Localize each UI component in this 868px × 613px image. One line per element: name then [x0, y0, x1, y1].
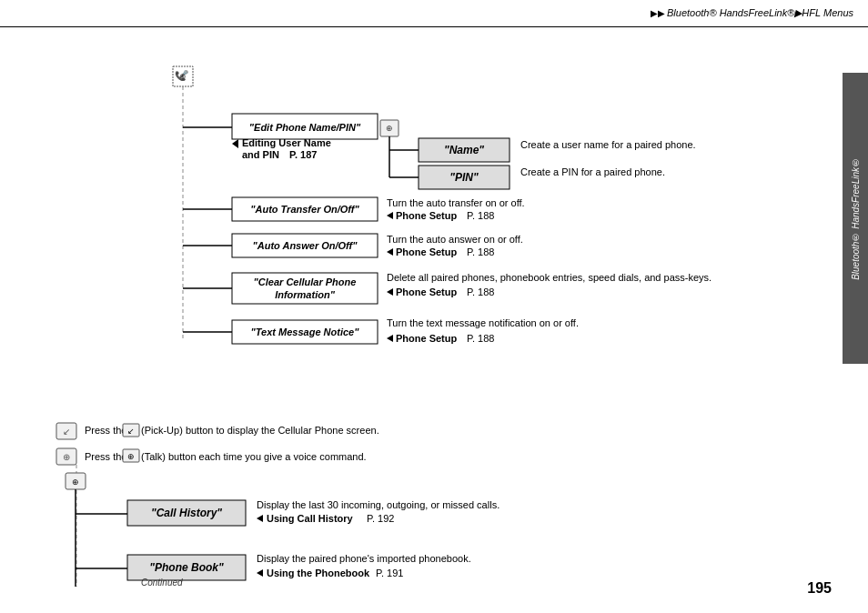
svg-text:P. 191: P. 191 [376, 568, 403, 578]
svg-text:Display the paired phone's imp: Display the paired phone's imported phon… [257, 553, 471, 564]
svg-text:Phone Setup: Phone Setup [396, 210, 458, 221]
svg-text:(Pick-Up) button to display th: (Pick-Up) button to display the Cellular… [141, 425, 379, 436]
svg-text:"Edit Phone Name/PIN": "Edit Phone Name/PIN" [249, 122, 361, 133]
svg-text:"Auto Transfer On/Off": "Auto Transfer On/Off" [250, 204, 359, 215]
svg-marker-49 [387, 335, 393, 342]
svg-text:Press the: Press the [85, 451, 126, 462]
svg-text:P. 187: P. 187 [289, 149, 317, 160]
top-diagram: ⊕ 🎤 📞 "Edit Phone Name/PIN" ⊕ "Name" Cre… [55, 59, 810, 414]
svg-text:P. 188: P. 188 [467, 210, 494, 221]
svg-text:Phone Setup: Phone Setup [396, 246, 458, 257]
svg-text:Turn the auto transfer on or o: Turn the auto transfer on or off. [387, 197, 525, 208]
svg-text:↙: ↙ [127, 427, 135, 436]
svg-marker-79 [257, 569, 263, 577]
svg-marker-27 [387, 212, 393, 219]
svg-text:(Talk) button each time you gi: (Talk) button each time you give a voice… [141, 451, 367, 462]
svg-text:P. 192: P. 192 [367, 513, 394, 524]
svg-text:Editing User Name: Editing User Name [242, 137, 331, 148]
sidebar-label: Bluetooth® HandsFreeLink® [843, 73, 868, 364]
sidebar-label-text: Bluetooth® HandsFreeLink® [851, 157, 861, 280]
svg-text:P. 188: P. 188 [467, 333, 494, 344]
bottom-diagram: ↙ Press the ↙ (Pick-Up) button to displa… [0, 418, 819, 613]
svg-text:"Phone Book": "Phone Book" [149, 561, 224, 574]
continued-label: Continued [141, 578, 183, 588]
svg-text:P. 188: P. 188 [467, 246, 494, 257]
svg-text:Phone Setup: Phone Setup [396, 286, 458, 297]
svg-text:and PIN: and PIN [242, 149, 279, 160]
svg-text:⊕: ⊕ [72, 477, 79, 487]
svg-text:Using Call History: Using Call History [267, 513, 354, 524]
svg-text:"Auto Answer On/Off": "Auto Answer On/Off" [253, 240, 358, 251]
svg-marker-42 [387, 288, 393, 296]
svg-text:"Clear Cellular Phone: "Clear Cellular Phone [254, 276, 357, 287]
svg-text:Create a PIN for a paired phon: Create a PIN for a paired phone. [520, 166, 665, 177]
svg-text:P. 188: P. 188 [467, 286, 494, 297]
svg-text:Using the Phonebook: Using the Phonebook [267, 568, 370, 578]
header-title: Bluetooth® HandsFreeLink®▶HFL Menus [667, 7, 853, 19]
svg-text:"Text Message Notice": "Text Message Notice" [251, 327, 360, 337]
svg-text:Turn the auto answer on or off: Turn the auto answer on or off. [387, 234, 523, 245]
svg-text:Turn the text message notifica: Turn the text message notification on or… [387, 317, 579, 328]
svg-text:📞: 📞 [175, 70, 187, 82]
svg-marker-34 [387, 248, 393, 256]
svg-text:Delete all paired phones, phon: Delete all paired phones, phonebook entr… [387, 272, 712, 283]
svg-text:⊕: ⊕ [63, 452, 70, 462]
svg-text:Phone Setup: Phone Setup [396, 333, 458, 344]
svg-text:Create a user name for a paire: Create a user name for a paired phone. [520, 139, 696, 150]
svg-text:"Name": "Name" [444, 144, 484, 156]
svg-text:Information": Information" [275, 289, 335, 300]
svg-marker-72 [257, 515, 263, 522]
main-content: ⊕ 🎤 📞 "Edit Phone Name/PIN" ⊕ "Name" Cre… [0, 27, 843, 613]
svg-text:⊕: ⊕ [127, 452, 135, 461]
svg-marker-19 [232, 139, 238, 148]
svg-text:"PIN": "PIN" [449, 171, 479, 184]
svg-text:↙: ↙ [63, 427, 70, 437]
header: ▶▶ Bluetooth® HandsFreeLink®▶HFL Menus [0, 0, 868, 27]
svg-text:"Call History": "Call History" [151, 507, 222, 519]
svg-text:⊕: ⊕ [386, 124, 393, 133]
svg-text:Display the last 30 incoming, : Display the last 30 incoming, outgoing, … [257, 499, 500, 510]
svg-text:Press the: Press the [85, 425, 126, 436]
header-arrows: ▶▶ [651, 8, 665, 18]
